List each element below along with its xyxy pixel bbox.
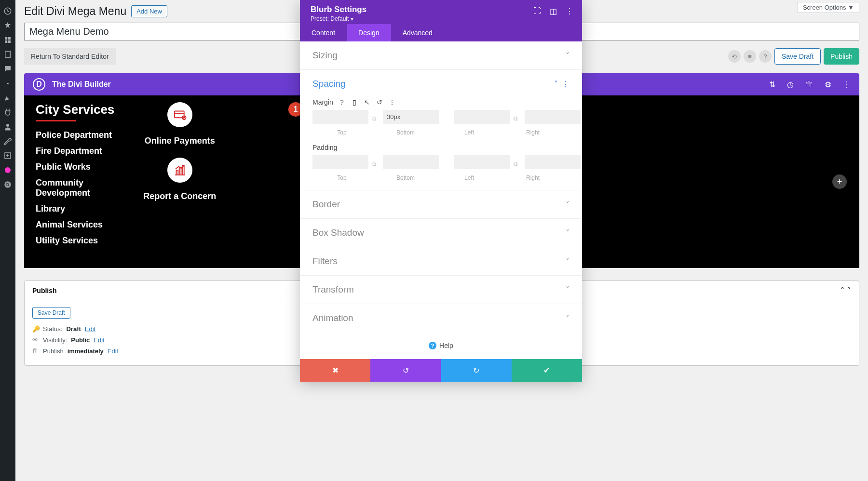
edit-visibility-link[interactable]: Edit — [94, 336, 104, 344]
help-icon[interactable]: ? — [759, 50, 772, 63]
pages-icon[interactable] — [0, 47, 15, 62]
wp-admin-sidebar: D — [0, 0, 15, 481]
menu-link[interactable]: Animal Services — [36, 220, 114, 230]
gear-icon[interactable]: ⚙ — [825, 80, 831, 89]
link-icon[interactable]: ⧉ — [367, 113, 380, 124]
section-sizing[interactable]: Sizing ˅ — [300, 41, 582, 70]
appearance-icon[interactable] — [0, 91, 15, 105]
clock-icon[interactable]: ◷ — [787, 80, 794, 89]
margin-bottom-input[interactable] — [383, 110, 439, 124]
add-new-button[interactable]: Add New — [131, 5, 167, 17]
chevron-down-icon: ˅ — [566, 314, 570, 323]
sort-icon[interactable]: ⇅ — [769, 80, 775, 89]
menu-link[interactable]: Library — [36, 204, 114, 214]
layers-icon[interactable]: ≡ — [744, 50, 756, 63]
hover-icon[interactable]: ↖ — [363, 98, 371, 106]
trash-icon[interactable]: 🗑 — [805, 80, 813, 89]
menu-link[interactable]: Public Works — [36, 162, 114, 172]
divi-d-icon[interactable]: D — [0, 177, 15, 192]
margin-label: Margin — [312, 98, 333, 106]
section-filters[interactable]: Filters ˅ — [300, 247, 582, 276]
users-icon[interactable] — [0, 120, 15, 134]
menu-link[interactable]: Utility Services — [36, 236, 114, 246]
tab-advanced[interactable]: Advanced — [391, 24, 444, 41]
pin-icon[interactable] — [0, 18, 15, 33]
section-animation[interactable]: Animation ˅ — [300, 304, 582, 332]
menu-heading: City Services — [36, 102, 114, 117]
edit-status-link[interactable]: Edit — [85, 325, 95, 333]
dashboard-icon[interactable] — [0, 4, 15, 18]
blurb-title: Report a Concern — [143, 191, 216, 201]
menu-link[interactable]: Community Development — [36, 178, 113, 198]
settings-icon[interactable] — [0, 148, 15, 163]
svg-text:D: D — [6, 183, 9, 187]
padding-top-input[interactable] — [312, 155, 368, 169]
add-module-button[interactable]: + — [832, 174, 847, 189]
section-spacing[interactable]: Spacing ˄ ⋮ — [300, 70, 582, 98]
settings-modal: Blurb Settings Preset: Default ▾ ⛶ ◫ ⋮ C… — [300, 0, 582, 382]
confirm-button[interactable]: ✔ — [512, 359, 582, 382]
metabox-save-draft-button[interactable]: Save Draft — [32, 307, 70, 319]
padding-left-input[interactable] — [454, 155, 510, 169]
tablet-icon[interactable]: ▯ — [351, 98, 358, 106]
kebab-icon[interactable]: ⋮ — [566, 7, 573, 16]
kebab-icon[interactable]: ⋮ — [562, 80, 570, 89]
margin-right-input[interactable] — [525, 110, 581, 124]
metabox-title: Publish — [32, 287, 57, 294]
divi-theme-icon[interactable] — [0, 163, 15, 177]
status-value: Draft — [66, 325, 81, 333]
edit-schedule-link[interactable]: Edit — [108, 347, 118, 355]
blurb-report-concern[interactable]: Report a Concern — [143, 158, 216, 201]
svg-rect-4 — [8, 40, 11, 43]
section-label: Border — [312, 199, 340, 210]
section-border[interactable]: Border ˅ — [300, 190, 582, 219]
save-draft-button[interactable]: Save Draft — [774, 48, 821, 65]
publish-button[interactable]: Publish — [824, 48, 859, 65]
heading-underline — [36, 120, 76, 121]
chevron-down-icon: ˅ — [566, 51, 570, 60]
reset-icon[interactable]: ↺ — [376, 98, 383, 106]
padding-right-input[interactable] — [525, 155, 581, 169]
section-box-shadow[interactable]: Box Shadow ˅ — [300, 219, 582, 247]
section-label: Filters — [312, 256, 338, 267]
blurb-online-payments[interactable]: Online Payments — [145, 102, 215, 146]
snap-icon[interactable]: ◫ — [550, 7, 557, 16]
kebab-icon[interactable]: ⋮ — [843, 80, 851, 89]
right-label: Right — [499, 174, 567, 181]
plugins-icon[interactable] — [0, 105, 15, 120]
return-standard-editor-button[interactable]: Return To Standard Editor — [24, 48, 116, 65]
preset-label[interactable]: Preset: Default ▾ — [311, 15, 366, 22]
chevron-down-icon: ˅ — [566, 257, 570, 266]
help-tooltip-icon[interactable]: ? — [338, 98, 346, 106]
kebab-icon[interactable]: ⋮ — [388, 98, 396, 106]
media-icon[interactable] — [0, 33, 15, 47]
chevron-up-icon[interactable]: ˄ — [841, 286, 844, 295]
bottom-label: Bottom — [371, 174, 440, 181]
undo-button[interactable]: ↺ — [370, 359, 441, 382]
screen-options-toggle[interactable]: Screen Options ▼ — [798, 2, 859, 13]
section-transform[interactable]: Transform ˅ — [300, 276, 582, 304]
chevron-down-icon[interactable]: ˅ — [847, 286, 851, 295]
margin-left-input[interactable] — [454, 110, 510, 124]
svg-point-10 — [5, 167, 11, 173]
tools-icon[interactable] — [0, 134, 15, 148]
section-label: Animation — [312, 313, 353, 323]
expand-icon[interactable]: ⛶ — [533, 7, 541, 16]
link-icon[interactable]: ⧉ — [367, 158, 380, 169]
menu-link[interactable]: Police Department — [36, 130, 114, 140]
menu-link[interactable]: Fire Department — [36, 146, 114, 156]
link-icon[interactable]: ⧉ — [509, 158, 522, 169]
link-icon[interactable]: ⧉ — [509, 113, 522, 124]
redo-button[interactable]: ↻ — [441, 359, 512, 382]
thumbtack-icon[interactable] — [0, 76, 15, 91]
eye-icon: 👁 — [32, 336, 39, 344]
padding-bottom-input[interactable] — [383, 155, 439, 169]
payment-icon — [167, 102, 192, 127]
cancel-button[interactable]: ✖ — [300, 359, 370, 382]
tab-design[interactable]: Design — [347, 24, 391, 41]
comments-icon[interactable] — [0, 62, 15, 76]
history-icon[interactable]: ⟲ — [728, 50, 741, 63]
tab-content[interactable]: Content — [300, 24, 347, 41]
help-link[interactable]: ? Help — [300, 332, 582, 359]
margin-top-input[interactable] — [312, 110, 368, 124]
